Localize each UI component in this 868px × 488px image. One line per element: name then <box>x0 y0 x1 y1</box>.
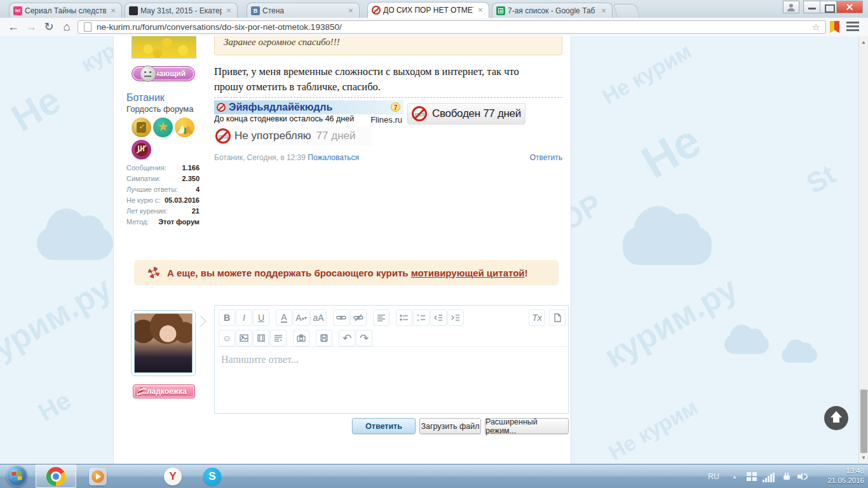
italic-button[interactable]: I <box>236 309 252 326</box>
minimize-button[interactable] <box>803 1 820 13</box>
back-button[interactable]: ← <box>5 18 22 36</box>
report-link[interactable]: Пожаловаться <box>308 153 359 162</box>
font-size-button[interactable]: A▴▾ <box>293 309 309 326</box>
scroll-to-top-button[interactable] <box>824 406 848 430</box>
underline-button[interactable]: U <box>253 309 269 326</box>
minimize-icon <box>808 8 816 10</box>
reply-link[interactable]: Ответить <box>530 153 562 162</box>
award-mountain-icon[interactable] <box>175 118 194 137</box>
ivi-icon: ivi <box>13 6 22 15</box>
text-color-button[interactable]: A <box>276 309 292 326</box>
yandex-browser-icon[interactable]: Y <box>164 468 182 485</box>
bold-button[interactable]: B <box>219 309 235 326</box>
tray-expand-icon[interactable]: ▲ <box>728 464 741 488</box>
watermark-text: курим.ру <box>0 269 118 375</box>
active-app-slot[interactable] <box>36 464 76 488</box>
close-icon[interactable]: × <box>109 6 118 15</box>
scrollbar-down-icon[interactable]: ▼ <box>859 455 868 461</box>
chrome-menu-button[interactable] <box>846 22 859 32</box>
mood-badge[interactable]: Скучающий <box>132 66 195 81</box>
indent-button[interactable] <box>447 309 464 326</box>
quote-text: Заранее огромное спасибо!!! <box>224 37 340 48</box>
advanced-mode-button[interactable]: Расширенный режим... <box>485 418 569 434</box>
watermark-text: Не <box>4 78 68 140</box>
volume-icon[interactable] <box>796 464 810 488</box>
restore-button[interactable] <box>820 1 837 13</box>
tab-google-sheets[interactable]: 7-ая список - Google Таб × <box>492 3 613 18</box>
power-icon[interactable] <box>780 464 793 488</box>
bookmark-star-icon[interactable]: ☆ <box>812 22 820 33</box>
drafts-button[interactable] <box>549 309 566 326</box>
editor-divider <box>215 346 568 347</box>
vertical-scrollbar[interactable]: ▲ ▼ <box>858 36 868 464</box>
forward-button[interactable]: → <box>23 18 39 36</box>
insert-image-button[interactable] <box>236 330 252 346</box>
screenshot-button[interactable] <box>293 330 309 346</box>
tab-serial[interactable]: ivi Сериал Тайны следствия × <box>9 3 122 18</box>
scrollbar-thumb[interactable] <box>860 390 867 453</box>
network-icon[interactable] <box>761 464 776 488</box>
username-link[interactable]: Ботаник <box>126 92 165 104</box>
close-icon[interactable]: × <box>224 6 233 15</box>
scrollbar-up-icon[interactable]: ▲ <box>859 39 868 45</box>
avatar-pointer <box>194 315 206 327</box>
remove-format-button[interactable]: Tx <box>529 309 545 326</box>
user-avatar-flowers[interactable] <box>132 36 196 58</box>
clock[interactable]: 13:48 21.05.2016 <box>827 466 864 485</box>
tab-vk-wall[interactable]: В Стена × <box>247 3 360 18</box>
language-indicator[interactable]: RU <box>705 464 722 488</box>
close-icon[interactable]: × <box>476 6 485 15</box>
url-text[interactable]: ne-kurim.ru/forum/conversations/do-six-p… <box>97 22 342 32</box>
save-draft-button[interactable] <box>316 330 332 346</box>
bullet-list-button[interactable] <box>396 309 412 326</box>
undo-button[interactable]: ↶ <box>339 330 355 346</box>
media-player-icon[interactable] <box>89 468 107 485</box>
chrome-icon[interactable] <box>46 467 65 486</box>
user-title: Гордость форума <box>126 104 194 114</box>
bookmarks-extension-icon[interactable] <box>830 21 839 33</box>
reload-button[interactable]: ↻ <box>41 18 57 36</box>
tab-livejournal[interactable]: May 31st, 2015 - Екатери × <box>125 3 238 18</box>
close-window-button[interactable] <box>836 1 863 13</box>
profile-button[interactable] <box>783 1 799 13</box>
signature-counter-banner[interactable]: Эйяфьядлайёкюдль 7 <box>214 100 403 114</box>
smilies-button[interactable]: ☺ <box>219 330 235 346</box>
align-button[interactable] <box>373 309 390 326</box>
home-button[interactable]: ⌂ <box>58 18 75 36</box>
editor-toolbar-row1: B I U A A▴▾ aA <box>219 308 465 327</box>
font-family-button[interactable]: aA <box>310 309 327 326</box>
current-user-avatar[interactable] <box>131 310 196 376</box>
insert-media-button[interactable] <box>253 330 269 346</box>
award-star-icon[interactable]: ★ <box>153 118 173 137</box>
signature-clean-banner[interactable]: Не употребляю 77 дней <box>214 126 373 146</box>
reply-editor[interactable]: B I U A A▴▾ aA <box>214 305 569 414</box>
google-sheets-icon <box>496 6 505 15</box>
cloud-watermark <box>623 227 712 265</box>
award-nosmoking-icon[interactable] <box>132 140 151 159</box>
start-button[interactable] <box>6 466 27 487</box>
numbered-list-button[interactable] <box>413 309 430 326</box>
award-medal-icon[interactable] <box>132 118 151 137</box>
signature-free-banner[interactable]: Свободен 77 дней <box>407 103 526 125</box>
badge-label: Сладкоежка <box>141 387 186 396</box>
close-icon[interactable]: × <box>346 6 355 15</box>
address-bar[interactable]: ne-kurim.ru/forum/conversations/do-six-p… <box>78 20 826 34</box>
new-tab-button[interactable] <box>613 4 641 17</box>
outdent-button[interactable] <box>430 309 447 326</box>
tab-forum-active[interactable]: ДО СИХ ПОР НЕТ ОТМЕТ × <box>367 2 489 18</box>
sweet-tooth-badge[interactable]: Сладкоежка <box>133 384 195 398</box>
file-explorer-icon[interactable] <box>126 485 144 488</box>
unlink-button[interactable] <box>350 309 367 326</box>
submit-reply-button[interactable]: Ответить <box>352 418 416 434</box>
reply-textarea-placeholder[interactable]: Напишите ответ... <box>221 354 299 365</box>
close-icon[interactable]: × <box>599 6 608 15</box>
insert-link-button[interactable] <box>333 309 349 326</box>
upload-file-button[interactable]: Загрузить файл <box>419 418 481 434</box>
motivational-quote-link[interactable]: мотивирующей цитатой <box>411 268 525 278</box>
skype-icon[interactable]: S <box>203 468 221 485</box>
counter-brand[interactable]: Flines.ru <box>370 115 402 125</box>
windows-update-icon[interactable] <box>745 464 759 488</box>
cloud-watermark <box>782 348 817 363</box>
redo-button[interactable]: ↷ <box>356 330 372 346</box>
insert-quote-button[interactable] <box>270 330 287 346</box>
